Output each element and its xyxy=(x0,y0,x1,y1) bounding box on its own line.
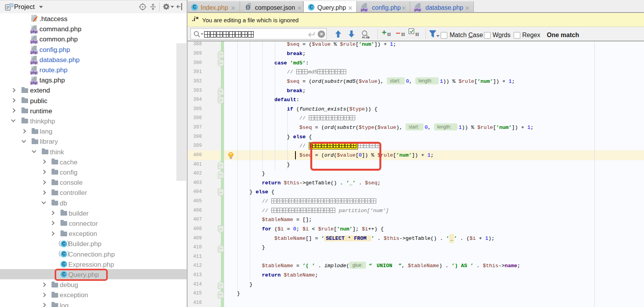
svg-text:ALL: ALL xyxy=(362,36,368,39)
